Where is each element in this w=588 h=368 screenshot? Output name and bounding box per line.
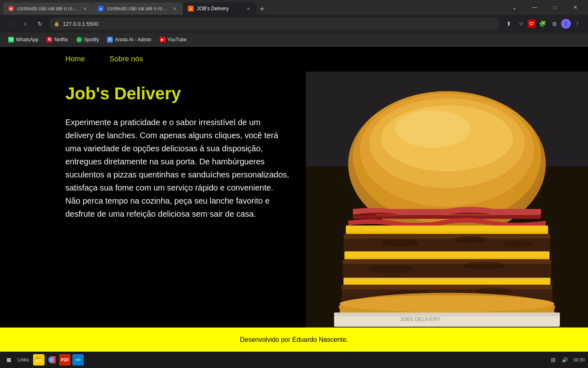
- svg-point-8: [395, 110, 470, 148]
- svg-rect-25: [343, 278, 550, 285]
- profile-avatar[interactable]: 👤: [561, 19, 571, 29]
- netflix-icon: N: [47, 37, 52, 43]
- svg-point-16: [381, 239, 419, 247]
- nav-link-sobre[interactable]: Sobre nós: [109, 55, 143, 63]
- tab-2-favicon: A: [98, 6, 104, 11]
- tab-3-favicon: J: [188, 6, 194, 11]
- svg-point-17: [454, 236, 487, 243]
- footer-text: Desenvolvido por Eduardo Nascente.: [240, 336, 348, 343]
- svg-point-32: [340, 295, 554, 312]
- browser-chrome: M conteudo não vai até o rodapé - ✕ A co…: [0, 0, 588, 47]
- browser-titlebar: M conteudo não vai até o rodapé - ✕ A co…: [0, 0, 588, 15]
- svg-rect-38: [36, 357, 39, 359]
- forward-button[interactable]: ›: [20, 18, 31, 29]
- tab-1-title: conteudo não vai até o rodapé -: [17, 6, 78, 11]
- svg-point-29: [475, 287, 513, 294]
- bookmark-netflix-label: Netflix: [54, 37, 68, 43]
- site-navigation: Home Sobre nós: [0, 47, 588, 72]
- tab-3-title: JOB's Delivery: [197, 6, 229, 11]
- taskbar-volume-icon[interactable]: 🔊: [560, 355, 569, 364]
- bookmark-spotify[interactable]: ♪ Spotify: [73, 35, 102, 44]
- burger-svg: JOBS DELIVERY: [306, 72, 588, 328]
- svg-rect-37: [36, 359, 42, 363]
- bookmark-anota-label: Anota AI - Admin: [115, 37, 151, 43]
- bookmark-whatsapp[interactable]: W WhatsApp: [5, 35, 42, 44]
- bookmark-youtube[interactable]: ▶ YouTube: [156, 35, 190, 44]
- svg-rect-15: [343, 234, 550, 239]
- tab-2-title: conteudo não vai até o rodapé |: [107, 6, 168, 11]
- minimize-button[interactable]: —: [525, 1, 544, 13]
- hero-description: Experimente a praticidade e o sabor irre…: [65, 116, 290, 220]
- tab-3-close[interactable]: ✕: [245, 5, 252, 12]
- lock-icon: 🔒: [54, 21, 60, 27]
- back-button[interactable]: ‹: [5, 18, 16, 29]
- new-tab-button[interactable]: +: [256, 3, 268, 15]
- svg-rect-11: [353, 215, 541, 219]
- svg-rect-22: [343, 259, 551, 264]
- anota-icon: A: [107, 37, 113, 43]
- taskbar-right: ⊞ 🔊 00:30: [549, 355, 585, 364]
- youtube-icon: ▶: [160, 37, 165, 43]
- spotify-icon: ♪: [76, 37, 82, 43]
- address-bar[interactable]: 🔒 127.0.0.1:5500: [49, 18, 500, 30]
- hero-text-area: Job's Delivery Experimente a praticidade…: [0, 72, 306, 328]
- site-footer: Desenvolvido por Eduardo Nascente.: [0, 328, 588, 352]
- nav-link-home[interactable]: Home: [65, 55, 85, 63]
- chrome-settings-button[interactable]: ⌄: [505, 1, 523, 13]
- tab-3[interactable]: J JOB's Delivery ✕: [183, 2, 256, 15]
- taskbar-chrome[interactable]: [46, 354, 58, 366]
- taskbar-links-label: Links: [18, 357, 29, 363]
- bookmark-whatsapp-label: WhatsApp: [16, 37, 38, 43]
- taskbar-file-explorer[interactable]: [33, 354, 45, 366]
- close-button[interactable]: ✕: [566, 1, 585, 13]
- browser-toolbar: ‹ › ↻ 🔒 127.0.0.1:5500 ⬆ ☆ 🛡 🧩 ⧉ 👤 ⋮: [0, 15, 588, 33]
- hero-title: Job's Delivery: [65, 84, 290, 103]
- svg-point-24: [463, 262, 506, 269]
- maximize-button[interactable]: □: [546, 1, 564, 13]
- tab-1-close[interactable]: ✕: [82, 5, 88, 12]
- svg-rect-34: [334, 313, 560, 316]
- window-controls: ⌄ — □ ✕: [505, 1, 585, 13]
- website-content: Home Sobre nós Job's Delivery Experiment…: [0, 47, 588, 352]
- bookmark-netflix[interactable]: N Netflix: [43, 35, 71, 44]
- svg-point-18: [503, 242, 532, 247]
- extensions-button[interactable]: 🧩: [537, 18, 548, 29]
- tabs-area: M conteudo não vai até o rodapé - ✕ A co…: [3, 0, 505, 15]
- taskbar-network-icon[interactable]: ⊞: [549, 355, 558, 364]
- svg-text:JOBS DELIVERY: JOBS DELIVERY: [400, 316, 441, 322]
- shield-icon[interactable]: 🛡: [528, 20, 536, 28]
- tab-2[interactable]: A conteudo não vai até o rodapé | ✕: [93, 2, 183, 15]
- hero-burger-image: JOBS DELIVERY: [306, 72, 588, 328]
- taskbar-system-icons: ⊞ 🔊: [549, 355, 569, 364]
- tab-2-close[interactable]: ✕: [172, 5, 178, 12]
- bookmark-spotify-label: Spotify: [84, 37, 99, 43]
- tab-1[interactable]: M conteudo não vai até o rodapé - ✕: [3, 2, 93, 15]
- taskbar-pdf[interactable]: PDF: [59, 354, 71, 366]
- svg-point-23: [367, 265, 414, 273]
- whatsapp-icon: W: [8, 37, 14, 43]
- start-button[interactable]: ⊞: [3, 355, 14, 365]
- tab-1-favicon: M: [8, 6, 14, 11]
- windows-taskbar: ⊞ Links PDF </> ⊞ 🔊 00:30: [0, 352, 588, 368]
- split-view-button[interactable]: ⧉: [549, 18, 560, 29]
- bookmark-button[interactable]: ☆: [515, 18, 527, 29]
- share-button[interactable]: ⬆: [503, 18, 514, 29]
- reload-button[interactable]: ↻: [34, 18, 46, 29]
- svg-rect-27: [341, 285, 552, 290]
- bookmarks-bar: W WhatsApp N Netflix ♪ Spotify A Anota A…: [0, 33, 588, 47]
- toolbar-actions: ⬆ ☆ 🛡 🧩 ⧉ 👤 ⋮: [503, 18, 583, 29]
- menu-button[interactable]: ⋮: [572, 18, 583, 29]
- taskbar-time: 00:30: [573, 357, 585, 362]
- url-text: 127.0.0.1:5500: [63, 21, 495, 27]
- svg-point-42: [51, 359, 53, 361]
- taskbar-vscode[interactable]: </>: [72, 354, 84, 366]
- bookmark-anota[interactable]: A Anota AI - Admin: [104, 35, 154, 44]
- bookmark-youtube-label: YouTube: [167, 37, 187, 43]
- hero-section: Job's Delivery Experimente a praticidade…: [0, 72, 588, 328]
